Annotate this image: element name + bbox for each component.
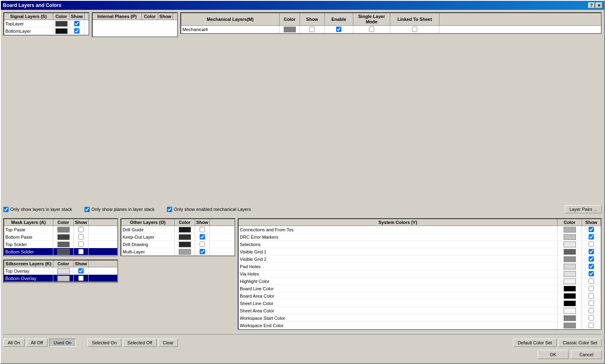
visible-grid1-color[interactable] <box>557 248 582 255</box>
mechanical4-single-checkbox[interactable] <box>369 27 374 32</box>
pad-holes-color[interactable] <box>557 263 582 270</box>
connections-color[interactable] <box>557 226 582 233</box>
visible-grid1-show[interactable] <box>582 248 601 255</box>
planes-stack-checkbox[interactable] <box>84 207 90 212</box>
drill-drawing-checkbox[interactable] <box>200 242 205 247</box>
selected-off-button[interactable]: Selected Off <box>123 339 157 347</box>
default-color-set-button[interactable]: Default Color Set <box>513 339 557 347</box>
sheet-area-color[interactable] <box>557 307 582 314</box>
sheet-area-show[interactable] <box>582 307 601 314</box>
via-holes-checkbox[interactable] <box>589 271 594 276</box>
layer-pairs-button[interactable]: Layer Pairs ... <box>565 205 602 213</box>
pad-holes-checkbox[interactable] <box>589 264 594 269</box>
board-area-show[interactable] <box>582 292 601 299</box>
all-off-button[interactable]: All Off <box>26 339 48 347</box>
visible-grid2-color[interactable] <box>557 255 582 262</box>
sheet-area-checkbox[interactable] <box>589 308 594 313</box>
top-overlay-checkbox[interactable] <box>78 268 84 274</box>
multi-layer-show[interactable] <box>195 248 210 255</box>
visible-grid2-show[interactable] <box>582 255 601 262</box>
top-solder-show[interactable] <box>74 241 89 248</box>
connections-checkbox[interactable] <box>589 227 594 232</box>
bottom-solder-color[interactable] <box>53 248 74 255</box>
drill-drawing-color[interactable] <box>175 241 195 248</box>
bottom-overlay-checkbox[interactable] <box>78 276 84 281</box>
workspace-start-checkbox[interactable] <box>589 315 594 321</box>
top-paste-checkbox[interactable] <box>78 227 84 232</box>
selections-show[interactable] <box>582 241 601 248</box>
highlight-show[interactable] <box>582 278 601 285</box>
drill-guide-checkbox[interactable] <box>200 227 205 232</box>
workspace-end-color[interactable] <box>557 322 582 329</box>
bottom-overlay-show[interactable] <box>74 275 89 282</box>
top-overlay-show[interactable] <box>74 267 89 274</box>
keepout-checkbox[interactable] <box>200 234 205 240</box>
signal-stack-checkbox[interactable] <box>3 207 9 212</box>
multi-layer-color[interactable] <box>175 248 195 255</box>
help-button[interactable]: ? <box>588 2 595 8</box>
workspace-end-show[interactable] <box>582 322 601 329</box>
visible-grid2-checkbox[interactable] <box>589 256 594 262</box>
top-solder-color[interactable] <box>53 241 74 248</box>
workspace-start-color[interactable] <box>557 314 582 321</box>
close-button[interactable]: ✕ <box>596 2 602 8</box>
mechanical4-single[interactable] <box>353 26 390 33</box>
top-paste-color[interactable] <box>53 226 74 233</box>
signal-toplayer-color[interactable] <box>53 20 70 27</box>
mechanical4-linked-checkbox[interactable] <box>412 27 417 32</box>
selections-color[interactable] <box>557 241 582 248</box>
drc-show[interactable] <box>582 233 601 240</box>
mechanical4-color[interactable] <box>280 26 300 33</box>
bottom-solder-checkbox[interactable] <box>78 249 84 254</box>
bottom-paste-show[interactable] <box>74 233 89 240</box>
classic-color-set-button[interactable]: Classic Color Set <box>558 339 602 347</box>
signal-bottomlayer-color[interactable] <box>53 27 70 34</box>
board-line-show[interactable] <box>582 285 601 292</box>
via-holes-show[interactable] <box>582 270 601 277</box>
selected-on-button[interactable]: Selected On <box>87 339 121 347</box>
drill-guide-color[interactable] <box>175 226 195 233</box>
drc-color[interactable] <box>557 233 582 240</box>
cancel-button[interactable]: Cancel <box>571 350 602 359</box>
bottom-solder-show[interactable] <box>74 248 89 255</box>
sheet-line-color[interactable] <box>557 300 582 307</box>
via-holes-color[interactable] <box>557 270 582 277</box>
mechanical4-show[interactable] <box>300 26 325 33</box>
signal-toplayer-show[interactable] <box>70 20 84 27</box>
mechanical4-show-checkbox[interactable] <box>309 27 315 32</box>
sheet-line-show[interactable] <box>582 300 601 307</box>
signal-bottomlayer-show[interactable] <box>70 27 84 34</box>
bottom-paste-color[interactable] <box>53 233 74 240</box>
drill-drawing-show[interactable] <box>195 241 210 248</box>
selections-checkbox[interactable] <box>589 242 594 247</box>
visible-grid1-checkbox[interactable] <box>589 249 594 254</box>
highlight-color[interactable] <box>557 278 582 285</box>
board-line-checkbox[interactable] <box>589 286 594 291</box>
mechanical4-enable-checkbox[interactable] <box>336 27 341 32</box>
mechanical4-enable[interactable] <box>325 26 353 33</box>
bottom-paste-checkbox[interactable] <box>78 234 84 240</box>
signal-toplayer-checkbox[interactable] <box>74 21 80 26</box>
sheet-line-checkbox[interactable] <box>589 301 594 306</box>
connections-show[interactable] <box>582 226 601 233</box>
ok-button[interactable]: OK <box>538 350 569 359</box>
keepout-color[interactable] <box>175 233 195 240</box>
multi-layer-checkbox[interactable] <box>200 249 205 254</box>
clear-button[interactable]: Clear <box>158 339 178 347</box>
drc-checkbox[interactable] <box>589 234 594 240</box>
used-on-button[interactable]: Used On <box>49 339 76 347</box>
workspace-start-show[interactable] <box>582 314 601 321</box>
keepout-show[interactable] <box>195 233 210 240</box>
board-area-color[interactable] <box>557 292 582 299</box>
board-area-checkbox[interactable] <box>589 293 594 298</box>
mechanical4-linked[interactable] <box>390 26 439 33</box>
signal-bottomlayer-checkbox[interactable] <box>74 28 80 34</box>
all-on-button[interactable]: All On <box>3 339 25 347</box>
drill-guide-show[interactable] <box>195 226 210 233</box>
board-line-color[interactable] <box>557 285 582 292</box>
top-overlay-color[interactable] <box>53 267 74 274</box>
pad-holes-show[interactable] <box>582 263 601 270</box>
mech-enabled-checkbox[interactable] <box>167 207 172 212</box>
bottom-overlay-color[interactable] <box>53 275 74 282</box>
workspace-end-checkbox[interactable] <box>589 323 594 328</box>
